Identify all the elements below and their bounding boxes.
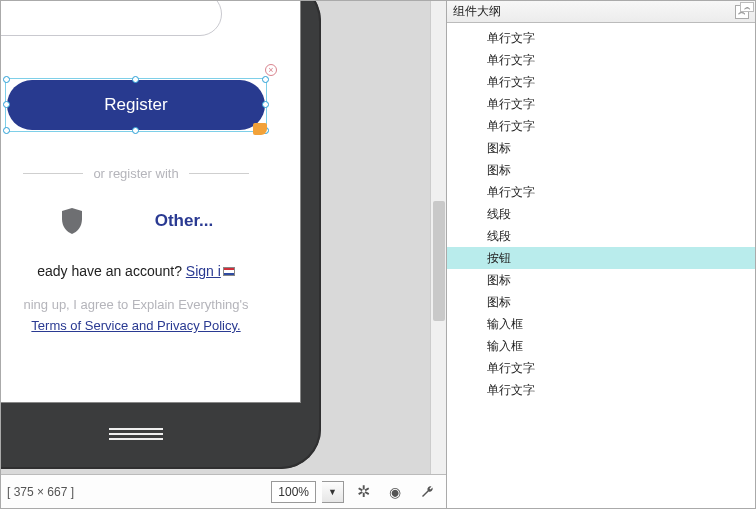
divider-line-right <box>189 173 249 174</box>
device-frame: Password Register <box>1 1 321 469</box>
outline-item[interactable]: 单行文字 <box>447 357 755 379</box>
register-label: Register <box>104 95 167 115</box>
register-button-selection[interactable]: Register × <box>7 80 265 130</box>
outline-item[interactable]: 单行文字 <box>447 71 755 93</box>
outline-item[interactable]: 线段 <box>447 225 755 247</box>
divider-row: or register with <box>1 166 300 181</box>
home-indicator <box>109 425 163 443</box>
outline-item[interactable]: 单行文字 <box>447 379 755 401</box>
resize-handle-tl[interactable] <box>3 76 10 83</box>
outline-item[interactable]: 图标 <box>447 137 755 159</box>
outline-item[interactable]: 输入框 <box>447 313 755 335</box>
signin-link[interactable]: Sign i <box>186 263 221 279</box>
outline-item[interactable]: 图标 <box>447 269 755 291</box>
outline-item[interactable]: 单行文字 <box>447 181 755 203</box>
resize-handle-tc[interactable] <box>132 76 139 83</box>
preview-eye-icon[interactable]: ◉ <box>382 481 408 503</box>
panel-collapse-global-icon[interactable]: ︽ <box>740 2 754 12</box>
outline-item[interactable]: 单行文字 <box>447 115 755 137</box>
register-button[interactable]: Register <box>7 80 265 130</box>
tools-wrench-icon[interactable] <box>414 481 440 503</box>
agree-text: ning up, I agree to Explain Everything's <box>1 297 300 312</box>
zoom-dropdown[interactable]: ▼ <box>322 481 344 503</box>
other-link[interactable]: Other... <box>155 211 214 231</box>
outline-item[interactable]: 线段 <box>447 203 755 225</box>
outline-item[interactable]: 单行文字 <box>447 27 755 49</box>
panel-header: 组件大纲 ︽ <box>447 1 755 23</box>
already-have-account: eady have an account? Sign i <box>1 263 300 279</box>
terms-text: Terms of Service and Privacy Policy. <box>1 318 300 333</box>
outline-item[interactable]: 图标 <box>447 159 755 181</box>
already-text: eady have an account? <box>37 263 186 279</box>
divider-line-left <box>23 173 83 174</box>
outline-list[interactable]: 单行文字单行文字单行文字单行文字单行文字图标图标单行文字线段线段按钮图标图标输入… <box>447 23 755 508</box>
panel-title: 组件大纲 <box>453 3 501 20</box>
device-screen: Password Register <box>1 1 301 403</box>
canvas-dimensions: [ 375 × 667 ] <box>7 485 74 499</box>
outline-item[interactable]: 单行文字 <box>447 93 755 115</box>
flag-icon <box>223 267 235 276</box>
resize-handle-ml[interactable] <box>3 101 10 108</box>
canvas-viewport[interactable]: Password Register <box>1 1 430 474</box>
note-badge-icon[interactable] <box>253 123 267 135</box>
outline-panel: ︽ 组件大纲 ︽ 单行文字单行文字单行文字单行文字单行文字图标图标单行文字线段线… <box>446 1 755 508</box>
zoom-input[interactable]: 100% <box>271 481 316 503</box>
resize-handle-mr[interactable] <box>262 101 269 108</box>
sun-icon[interactable]: ✲ <box>350 481 376 503</box>
terms-link[interactable]: Terms of Service and Privacy Policy. <box>31 318 240 333</box>
shield-icon[interactable] <box>59 207 85 235</box>
outline-item[interactable]: 单行文字 <box>447 49 755 71</box>
vertical-scrollbar[interactable] <box>430 1 446 474</box>
resize-handle-bc[interactable] <box>132 127 139 134</box>
delete-badge-icon[interactable]: × <box>265 64 277 76</box>
divider-text: or register with <box>93 166 178 181</box>
outline-item[interactable]: 输入框 <box>447 335 755 357</box>
outline-item[interactable]: 图标 <box>447 291 755 313</box>
password-input[interactable]: Password <box>1 1 222 36</box>
outline-item[interactable]: 按钮 <box>447 247 755 269</box>
resize-handle-bl[interactable] <box>3 127 10 134</box>
status-bar: [ 375 × 667 ] 100% ▼ ✲ ◉ <box>1 474 446 508</box>
canvas-pane: Password Register <box>1 1 446 508</box>
app-root: Password Register <box>0 0 756 509</box>
social-row: Other... <box>1 207 300 235</box>
resize-handle-tr[interactable] <box>262 76 269 83</box>
